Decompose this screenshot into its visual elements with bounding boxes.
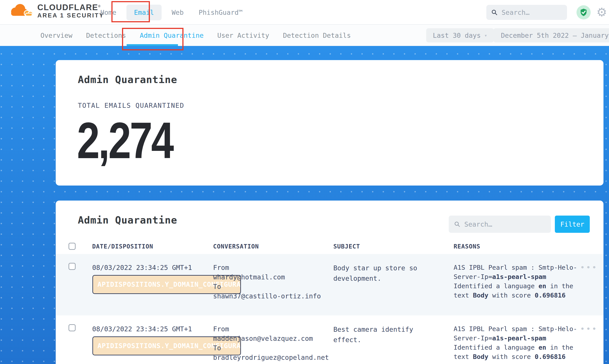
page-background: Admin Quarantine TOTAL EMAILS QUARANTINE…: [0, 46, 609, 364]
from-address[interactable]: maddenjason@velazquez.com: [213, 334, 333, 343]
row-actions-menu-icon[interactable]: •••: [580, 324, 598, 333]
from-label: From: [213, 324, 333, 334]
table-header-row: DATE/DISPOSITION CONVERSATION SUBJECT RE…: [56, 239, 603, 254]
filter-button[interactable]: Filter: [555, 216, 590, 233]
row-date: 08/03/2022 23:34:25 GMT+1: [92, 263, 213, 273]
active-tab-underline: [127, 44, 178, 46]
shield-check-icon: [579, 8, 588, 17]
nav-item-phishguard[interactable]: PhishGuard™: [199, 9, 243, 16]
row-date: 08/03/2022 23:34:25 GMT+1: [92, 324, 213, 334]
subject-cell: Best camera identify effect.: [333, 324, 454, 364]
table-rows: 08/03/2022 23:34:25 GMT+1 APIDISPOSITION…: [56, 254, 603, 364]
to-label: To: [213, 282, 333, 291]
row-checkbox[interactable]: [68, 324, 76, 331]
reasons-cell: A1S IPBL Pearl spam : Smtp-Helo-Server-I…: [454, 263, 579, 305]
tab-user-activity[interactable]: User Activity: [217, 32, 269, 39]
column-header-subject: SUBJECT: [333, 243, 454, 250]
summary-card: Admin Quarantine TOTAL EMAILS QUARANTINE…: [56, 60, 603, 185]
from-address[interactable]: whardy@hotmail.com: [213, 272, 333, 282]
table-row: 08/03/2022 23:34:25 GMT+1 APIDISPOSITION…: [56, 315, 603, 364]
row-actions-menu-icon[interactable]: •••: [580, 263, 598, 272]
global-search[interactable]: [486, 5, 567, 20]
nav-item-web[interactable]: Web: [172, 9, 184, 16]
tab-overview[interactable]: Overview: [41, 32, 72, 39]
to-label: To: [213, 343, 333, 353]
global-search-input[interactable]: [501, 9, 562, 16]
primary-nav: Home Email Web PhishGuard™: [93, 0, 250, 25]
search-icon: [491, 9, 498, 16]
column-header-date: DATE/DISPOSITION: [92, 243, 213, 250]
table-search[interactable]: [449, 216, 551, 233]
from-label: From: [213, 263, 333, 272]
security-status-badge[interactable]: [577, 5, 591, 19]
summary-card-title: Admin Quarantine: [78, 74, 177, 85]
search-icon: [454, 221, 460, 228]
cloudflare-cloud-icon: [7, 2, 33, 18]
tab-detections[interactable]: Detections: [86, 32, 126, 39]
metric-label: TOTAL EMAILS QUARANTINED: [78, 102, 184, 109]
date-cell: 08/03/2022 23:34:25 GMT+1 APIDISPOSITION…: [92, 263, 213, 305]
settings-gear-icon[interactable]: ⚙: [596, 4, 607, 20]
tab-admin-quarantine[interactable]: Admin Quarantine: [140, 32, 203, 39]
brand-logo[interactable]: CLOUDFLARE® AREA 1 SECURITY: [7, 2, 104, 19]
date-cell: 08/03/2022 23:34:25 GMT+1 APIDISPOSITION…: [92, 324, 213, 364]
column-header-reasons: REASONS: [454, 243, 579, 250]
date-range-field[interactable]: December 5th 2022 — January 4th 2023: [493, 28, 609, 42]
to-address[interactable]: bradleyrodriguez@copeland.net: [213, 353, 333, 362]
top-header: CLOUDFLARE® AREA 1 SECURITY Home Email W…: [0, 0, 609, 25]
row-checkbox[interactable]: [68, 263, 76, 270]
table-search-input[interactable]: [464, 221, 546, 228]
to-address[interactable]: shawn37@castillo-ortiz.info: [213, 291, 333, 301]
nav-item-email[interactable]: Email: [126, 5, 161, 20]
chevron-down-icon: ▾: [484, 33, 487, 38]
date-range-preset-button[interactable]: Last 30 days ▾: [426, 28, 494, 42]
subject-cell: Body star up store so development.: [333, 263, 454, 305]
email-subnav: Overview Detections Admin Quarantine Use…: [0, 25, 609, 46]
conversation-cell: From whardy@hotmail.com To shawn37@casti…: [213, 263, 333, 305]
column-header-conversation: CONVERSATION: [213, 243, 333, 250]
conversation-cell: From maddenjason@velazquez.com To bradle…: [213, 324, 333, 364]
reasons-cell: A1S IPBL Pearl spam : Smtp-Helo-Server-I…: [454, 324, 579, 364]
table-row: 08/03/2022 23:34:25 GMT+1 APIDISPOSITION…: [56, 254, 603, 315]
select-all-checkbox[interactable]: [68, 243, 76, 250]
table-card-title: Admin Quarantine: [78, 214, 177, 226]
nav-item-home[interactable]: Home: [100, 9, 116, 16]
metric-value: 2,274: [77, 115, 172, 166]
tab-detection-details[interactable]: Detection Details: [283, 32, 351, 39]
quarantine-table-card: Admin Quarantine Filter DATE/DISPOSITION…: [56, 201, 603, 364]
